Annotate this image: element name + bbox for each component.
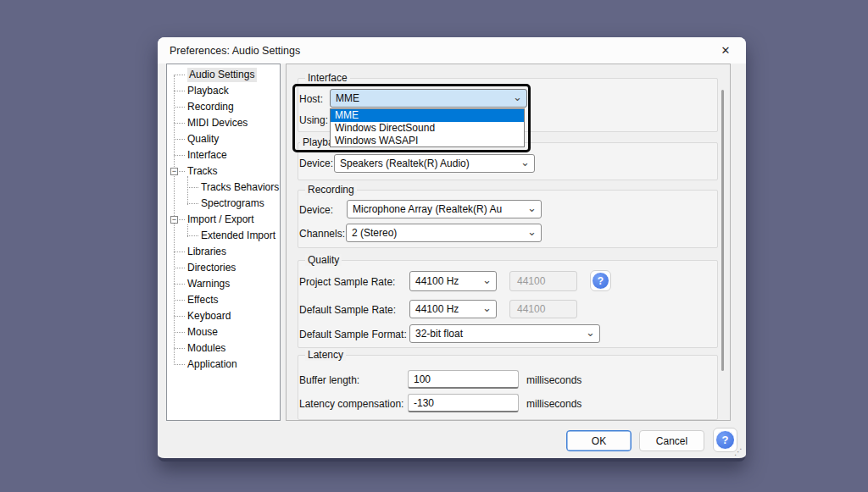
sidebar-item-recording[interactable]: Recording [167,99,280,115]
sidebar-item-label: Tracks Behaviors [201,181,279,193]
sidebar-item-label: Effects [187,294,218,306]
default-sample-rate-select[interactable]: 44100 Hz ⌄ [409,300,497,318]
latency-group-label: Latency [305,349,346,361]
tree-connector [174,107,185,108]
interface-group-label: Interface [305,72,350,84]
project-sample-rate-field: 44100 [509,271,577,291]
tree-connector [187,235,198,236]
sidebar-item-label: Mouse [187,326,218,338]
using-label: Using: [299,114,328,126]
recording-device-value: Microphone Array (Realtek(R) Au [353,203,502,215]
ok-button[interactable]: OK [566,430,632,451]
sidebar-item-label: Spectrograms [201,197,264,209]
host-select-value: MME [336,92,359,104]
sidebar-item-label: Import / Export [187,213,254,225]
chevron-down-icon: ⌄ [527,226,537,237]
host-dropdown-list[interactable]: MMEWindows DirectSoundWindows WASAPI [330,108,525,147]
title-bar[interactable]: Preferences: Audio Settings ✕ [158,37,746,64]
sidebar-item-directories[interactable]: Directories [167,260,280,276]
buffer-length-label: Buffer length: [299,374,359,386]
sidebar-item-application[interactable]: Application [167,357,280,373]
project-sample-rate-label: Project Sample Rate: [299,276,395,288]
chevron-down-icon: ⌄ [520,157,530,168]
sample-format-value: 32-bit float [415,328,463,340]
sidebar-item-modules[interactable]: Modules [167,340,280,357]
recording-device-select[interactable]: Microphone Array (Realtek(R) Au ⌄ [347,200,542,218]
sidebar-item-midi-devices[interactable]: MIDI Devices [167,115,280,131]
sidebar-item-label: Audio Settings [187,68,257,82]
tree-connector [174,123,185,124]
chevron-down-icon: ⌄ [513,91,522,102]
chevron-down-icon: ⌄ [482,302,492,313]
sidebar-item-effects[interactable]: Effects [167,292,280,308]
collapse-icon[interactable]: − [170,216,178,224]
host-option-mme[interactable]: MME [331,109,524,122]
default-sample-rate-value: 44100 Hz [415,303,459,315]
sidebar-item-tracks-behaviors[interactable]: Tracks Behaviors [167,180,280,196]
close-button[interactable]: ✕ [714,41,737,60]
tree-connector [174,364,185,365]
sidebar-item-interface[interactable]: Interface [167,147,280,163]
project-sample-rate-field-value: 44100 [517,275,545,287]
tree-connector [174,252,185,252]
sidebar-item-warnings[interactable]: Warnings [167,276,280,292]
sidebar-tree[interactable]: Audio SettingsPlaybackRecordingMIDI Devi… [166,64,281,421]
chevron-down-icon: ⌄ [482,274,492,285]
playback-device-value: Speakers (Realtek(R) Audio) [340,158,470,169]
project-sample-rate-select[interactable]: 44100 Hz ⌄ [409,271,497,291]
host-option-windows-wasapi[interactable]: Windows WASAPI [331,135,524,147]
default-sample-format-label: Default Sample Format: [299,329,407,340]
resize-grip[interactable]: ⋰ [734,447,742,456]
sidebar-item-spectrograms[interactable]: Spectrograms [167,196,280,212]
channels-label: Channels: [299,228,345,240]
sample-format-select[interactable]: 32-bit float ⌄ [409,324,600,343]
playback-device-select[interactable]: Speakers (Realtek(R) Audio) ⌄ [334,154,535,173]
default-sample-rate-field-value: 44100 [517,303,545,315]
tree-connector [174,284,185,285]
chevron-down-icon: ⌄ [527,202,537,213]
host-label: Host: [299,93,323,105]
sidebar-item-label: Playback [187,85,229,97]
sidebar-item-mouse[interactable]: Mouse [167,324,280,340]
latency-compensation-input[interactable] [408,394,519,412]
sidebar-item-import-export[interactable]: −Import / Export [167,212,280,228]
tree-connector [174,91,185,91]
preferences-dialog: Preferences: Audio Settings ✕ Audio Sett… [158,37,746,462]
cancel-button[interactable]: Cancel [639,430,704,451]
tree-connector [174,139,185,140]
tree-connector [174,332,185,333]
tree-connector [187,203,198,204]
panel-scrollbar[interactable] [721,90,724,371]
sidebar-item-label: Keyboard [187,310,231,322]
quality-group-label: Quality [305,254,342,266]
sidebar-item-quality[interactable]: Quality [167,131,280,147]
buffer-length-input[interactable] [408,370,519,389]
latency-compensation-label: Latency compensation: [299,398,403,410]
collapse-icon[interactable]: − [170,168,178,175]
recording-group-label: Recording [305,184,357,196]
channels-value: 2 (Stereo) [352,227,397,239]
sidebar-item-label: Interface [187,149,227,161]
sidebar-item-tracks[interactable]: −Tracks [167,163,280,180]
sidebar-item-keyboard[interactable]: Keyboard [167,308,280,324]
sidebar-item-extended-import[interactable]: Extended Import [167,228,280,244]
sidebar-item-label: MIDI Devices [187,117,248,129]
sidebar-item-label: Modules [187,342,225,354]
channels-select[interactable]: 2 (Stereo) ⌄ [346,224,542,242]
sidebar-item-label: Tracks [187,165,218,177]
project-sample-rate-value: 44100 Hz [415,275,459,287]
host-option-windows-directsound[interactable]: Windows DirectSound [331,122,524,135]
latency-compensation-unit: milliseconds [526,398,581,410]
help-icon: ? [715,430,735,450]
buffer-length-unit: milliseconds [526,374,581,386]
help-icon: ? [592,272,609,290]
sidebar-item-label: Recording [187,101,234,113]
sidebar-item-audio-settings[interactable]: Audio Settings [167,67,280,83]
sidebar-item-label: Extended Import [201,229,275,241]
settings-panel: Interface Host: MME ⌄ Using: Playback De… [286,64,731,421]
sidebar-item-playback[interactable]: Playback [167,83,280,99]
host-select[interactable]: MME ⌄ [330,89,527,108]
project-rate-help-button[interactable]: ? [590,270,611,291]
sidebar-item-libraries[interactable]: Libraries [167,244,280,260]
window-title: Preferences: Audio Settings [170,45,300,57]
